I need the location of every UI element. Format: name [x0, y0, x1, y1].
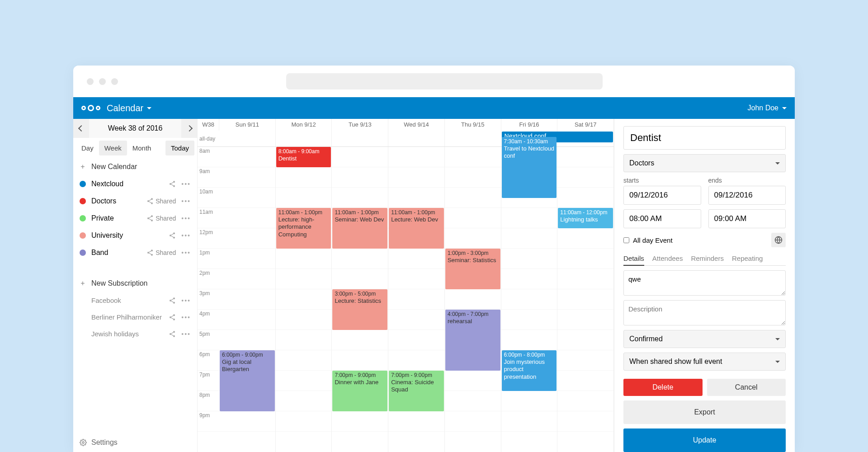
- more-icon[interactable]: •••: [181, 249, 191, 256]
- event-title: Join mysterious product presentation: [504, 358, 545, 380]
- start-time-input[interactable]: [623, 209, 701, 228]
- share-icon[interactable]: [169, 330, 176, 338]
- calendar-event[interactable]: 7:00pm - 9:00pmDinner with Jane: [332, 371, 387, 411]
- calendar-color-dot: [80, 250, 86, 256]
- more-icon[interactable]: •••: [181, 330, 191, 338]
- allday-checkbox[interactable]: [623, 237, 629, 243]
- share-icon[interactable]: [169, 297, 176, 304]
- day-column[interactable]: 8:00am - 9:00amDentist11:00am - 1:00pmLe…: [276, 147, 332, 452]
- calendar-row[interactable]: BandShared•••: [73, 244, 197, 261]
- allday-cell[interactable]: [445, 131, 501, 146]
- allday-cell[interactable]: [219, 131, 276, 146]
- day-column[interactable]: 1:00pm - 3:00pmSeminar: Statistics4:00pm…: [445, 147, 501, 452]
- address-bar[interactable]: [286, 73, 603, 89]
- allday-cell[interactable]: [332, 131, 388, 146]
- more-icon[interactable]: •••: [181, 215, 191, 222]
- shared-label: Shared: [156, 249, 176, 256]
- calendar-event[interactable]: 1:00pm - 3:00pmSeminar: Statistics: [445, 249, 500, 289]
- start-date-input[interactable]: [623, 186, 701, 205]
- view-month-button[interactable]: Month: [127, 141, 157, 155]
- subscription-row[interactable]: Jewish holidays•••: [73, 325, 197, 342]
- delete-button[interactable]: Delete: [623, 379, 703, 396]
- more-icon[interactable]: •••: [181, 180, 191, 188]
- end-time-input[interactable]: [708, 209, 786, 228]
- share-icon[interactable]: Shared: [146, 249, 176, 256]
- calendar-color-dot: [80, 232, 86, 239]
- allday-checkbox-label: All day Event: [633, 236, 673, 244]
- calendar-event[interactable]: 8:00am - 9:00amDentist: [276, 147, 331, 167]
- calendar-event[interactable]: 7:00pm - 9:00pmCinema: Suicide Squad: [389, 371, 444, 411]
- calendar-event[interactable]: 7:30am - 10:30amTravel to Nextcloud conf: [502, 137, 557, 198]
- calendar-event[interactable]: 11:00am - 1:00pmLecture: high-performanc…: [276, 208, 331, 249]
- new-calendar-button[interactable]: + New Calendar: [73, 158, 197, 175]
- calendar-event[interactable]: 6:00pm - 9:00pmGig at local Biergarten: [220, 350, 275, 411]
- share-icon[interactable]: [169, 314, 176, 321]
- calendar-event[interactable]: 11:00am - 1:00pmSeminar: Web Dev: [332, 208, 387, 249]
- next-week-button[interactable]: [181, 119, 197, 138]
- event-calendar-select[interactable]: Doctors: [623, 154, 786, 172]
- event-title: rehearsal: [448, 318, 472, 325]
- more-icon[interactable]: •••: [181, 314, 191, 321]
- more-icon[interactable]: •••: [181, 297, 191, 304]
- more-icon[interactable]: •••: [181, 198, 191, 205]
- cancel-button[interactable]: Cancel: [707, 379, 786, 396]
- new-subscription-button[interactable]: + New Subscription: [73, 275, 197, 292]
- share-icon[interactable]: Shared: [146, 215, 176, 222]
- more-icon[interactable]: •••: [181, 232, 191, 239]
- sharing-value: When shared show full event: [629, 358, 722, 366]
- allday-cell[interactable]: [276, 131, 332, 146]
- tab-reminders[interactable]: Reminders: [691, 252, 724, 265]
- day-column[interactable]: 6:00pm - 9:00pmGig at local Biergarten: [219, 147, 276, 452]
- event-title: Cinema: Suicide Squad: [391, 379, 434, 393]
- allday-cell[interactable]: [557, 131, 614, 146]
- update-button[interactable]: Update: [623, 428, 786, 452]
- user-menu[interactable]: John Doe: [748, 104, 787, 112]
- calendar-row[interactable]: DoctorsShared•••: [73, 193, 197, 210]
- view-week-button[interactable]: Week: [99, 141, 127, 155]
- allday-cell[interactable]: [388, 131, 445, 146]
- view-day-button[interactable]: Day: [76, 141, 99, 155]
- settings-button[interactable]: Settings: [73, 433, 197, 452]
- hour-label: 2pm: [198, 269, 219, 289]
- share-icon[interactable]: Shared: [146, 198, 176, 205]
- calendar-event[interactable]: 4:00pm - 7:00pmrehearsal: [445, 310, 500, 371]
- subscription-row[interactable]: Facebook•••: [73, 292, 197, 309]
- svg-point-11: [173, 237, 175, 239]
- location-input[interactable]: qwe: [623, 270, 786, 296]
- calendar-row[interactable]: PrivateShared•••: [73, 210, 197, 227]
- today-button[interactable]: Today: [165, 141, 194, 155]
- tab-details[interactable]: Details: [623, 252, 644, 266]
- tab-repeating[interactable]: Repeating: [732, 252, 763, 265]
- timezone-button[interactable]: [771, 233, 786, 247]
- share-icon[interactable]: [169, 232, 176, 239]
- event-time: 8:00am - 9:00am: [278, 148, 329, 155]
- caret-down-icon: [147, 107, 151, 109]
- day-column[interactable]: 11:00am - 1:00pmLecture: Web Dev7:00pm -…: [388, 147, 445, 452]
- calendar-event[interactable]: 3:00pm - 5:00pmLecture: Statistics: [332, 289, 387, 330]
- sharing-select[interactable]: When shared show full event: [623, 353, 786, 371]
- event-title-input[interactable]: [623, 126, 786, 150]
- calendar-event[interactable]: 11:00am - 1:00pmLecture: Web Dev: [389, 208, 444, 249]
- window-dot: [87, 78, 94, 85]
- nextcloud-logo-icon[interactable]: [81, 105, 100, 111]
- event-title: Seminar: Web Dev: [335, 216, 384, 223]
- description-input[interactable]: [623, 300, 786, 325]
- share-icon[interactable]: [169, 180, 176, 188]
- day-column[interactable]: 7:30am - 10:30amTravel to Nextcloud conf…: [501, 147, 558, 452]
- svg-point-18: [173, 314, 175, 316]
- calendar-color-dot: [80, 198, 86, 204]
- app-switcher[interactable]: Calendar: [107, 103, 151, 113]
- status-select[interactable]: Confirmed: [623, 330, 786, 348]
- calendar-row[interactable]: University•••: [73, 227, 197, 244]
- subscription-row[interactable]: Berliner Philharmoniker•••: [73, 309, 197, 325]
- calendar-event[interactable]: 11:00am - 12:00pmLightning talks: [558, 208, 613, 228]
- calendar-row[interactable]: Nextcloud•••: [73, 175, 197, 193]
- day-column[interactable]: 11:00am - 1:00pmSeminar: Web Dev3:00pm -…: [332, 147, 388, 452]
- prev-week-button[interactable]: [73, 119, 89, 138]
- end-date-input[interactable]: [708, 186, 786, 205]
- tab-attendees[interactable]: Attendees: [652, 252, 683, 265]
- svg-point-9: [173, 232, 175, 234]
- export-button[interactable]: Export: [623, 400, 786, 424]
- calendar-event[interactable]: 6:00pm - 8:00pmJoin mysterious product p…: [502, 350, 557, 391]
- day-column[interactable]: 11:00am - 12:00pmLightning talks: [557, 147, 614, 452]
